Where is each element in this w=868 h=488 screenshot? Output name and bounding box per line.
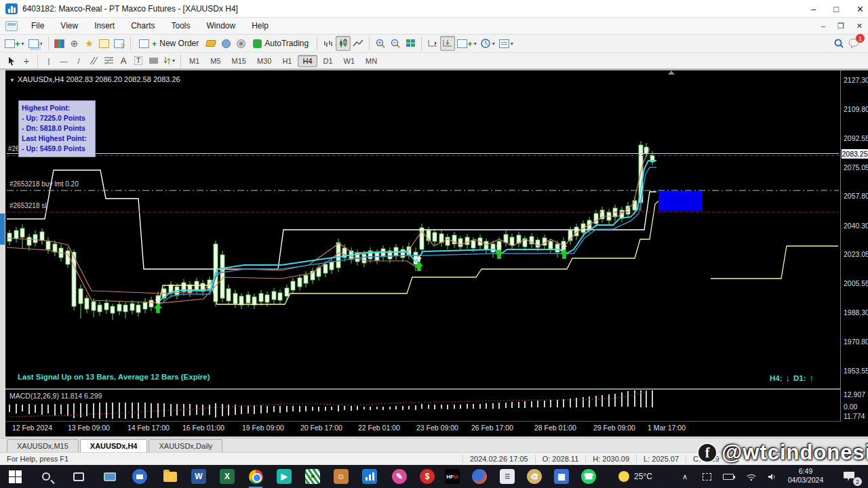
shapes-tool[interactable]	[146, 54, 161, 68]
text-tool[interactable]: A	[116, 54, 131, 68]
strategy-tester-button[interactable]: ⚲	[112, 36, 127, 51]
crosshair-tool[interactable]: +	[19, 54, 34, 68]
market-watch-button[interactable]	[52, 36, 67, 51]
timeframe-m1[interactable]: M1	[184, 55, 204, 67]
wifi-icon[interactable]	[743, 468, 760, 485]
search-button[interactable]	[831, 36, 846, 51]
taskbar-clock[interactable]: 6:49 04/03/2024	[781, 467, 830, 485]
task-view-icon[interactable]	[71, 468, 87, 485]
excel-icon[interactable]: X	[219, 468, 235, 485]
timeframe-h4[interactable]: H4	[298, 55, 317, 67]
maximize-button[interactable]: □	[833, 4, 839, 14]
signals-button[interactable]	[233, 36, 248, 51]
bar-chart-mode-button[interactable]	[321, 36, 336, 51]
child-close-button[interactable]: ✕	[856, 22, 863, 30]
action-center-icon[interactable]: 2	[841, 468, 857, 485]
weather-icon[interactable]	[616, 468, 632, 485]
zoom-out-button[interactable]	[388, 36, 403, 51]
file-explorer-icon[interactable]	[162, 468, 178, 485]
chart-tab-xauusdx-h4[interactable]: XAUUSDx,H4	[80, 439, 148, 452]
time-axis[interactable]: 12 Feb 202413 Feb 09:0014 Feb 17:0016 Fe…	[5, 421, 840, 434]
chart-area[interactable]: ▼XAUUSDx,H4 2082.83 2086.20 2082.58 2083…	[5, 70, 868, 436]
metaeditor-button[interactable]	[203, 36, 218, 51]
volume-icon[interactable]	[764, 468, 780, 485]
panel-splitter[interactable]	[5, 388, 840, 390]
word-icon[interactable]: W	[191, 468, 207, 485]
timeframe-mn[interactable]: MN	[361, 55, 382, 67]
trendline-tool[interactable]: /	[71, 54, 86, 68]
order-buy-limit-label[interactable]: #2653218 buy lmt 0.20	[9, 180, 79, 188]
chart-tab-xauusdx-m15[interactable]: XAUUSDx,M15	[7, 439, 79, 452]
metatrader-taskbar-icon[interactable]	[361, 468, 378, 485]
collapse-triangle-icon[interactable]: ▼	[9, 77, 15, 83]
periods-button[interactable]: ▾	[479, 36, 497, 51]
firefox-icon[interactable]	[471, 468, 488, 485]
cursor-tool[interactable]	[4, 54, 19, 68]
fibonacci-tool[interactable]	[101, 54, 116, 68]
chrome-icon[interactable]	[248, 468, 264, 485]
taskbar-search-icon[interactable]	[38, 468, 54, 485]
candlestick-mode-button[interactable]	[336, 36, 351, 51]
notifications-button[interactable]: 1	[846, 36, 861, 51]
timeframe-h1[interactable]: H1	[277, 55, 296, 67]
snip-tool-icon[interactable]	[698, 468, 715, 485]
data-window-button[interactable]: ⊕	[67, 36, 82, 51]
timeframe-d1[interactable]: D1	[319, 55, 338, 67]
timeframe-w1[interactable]: W1	[339, 55, 360, 67]
arrows-tool[interactable]: ▾	[161, 54, 177, 68]
menu-window[interactable]: Window	[200, 19, 243, 33]
close-button[interactable]: ✕	[856, 4, 864, 14]
horizontal-line-tool[interactable]: —	[56, 54, 71, 68]
hfm-icon[interactable]: HFM	[444, 468, 460, 485]
menu-insert[interactable]: Insert	[87, 19, 121, 33]
text-label-tool[interactable]: T	[131, 54, 146, 68]
child-restore-button[interactable]: ❐	[837, 22, 844, 30]
my-computer-icon[interactable]	[102, 468, 118, 485]
templates-button[interactable]: ▾	[497, 36, 515, 51]
paint-icon[interactable]: 🎨︎	[526, 468, 542, 485]
price-chart[interactable]	[7, 73, 839, 388]
menu-tools[interactable]: Tools	[165, 19, 197, 33]
channel-tool[interactable]	[86, 54, 101, 68]
order-sl-label[interactable]: #2653218 sl	[9, 202, 47, 209]
menu-help[interactable]: Help	[245, 19, 275, 33]
shift-chart-button[interactable]	[440, 36, 455, 51]
weather-temperature[interactable]: 25°C	[634, 472, 652, 481]
macd-indicator-chart[interactable]	[7, 390, 839, 422]
indicators-button[interactable]: +▾	[455, 36, 479, 51]
line-chart-mode-button[interactable]	[351, 36, 366, 51]
autotrading-button[interactable]: AutoTrading	[248, 36, 313, 51]
minimize-button[interactable]: –	[811, 4, 816, 14]
remote-desktop-icon[interactable]	[132, 468, 148, 485]
timeframe-m15[interactable]: M15	[227, 55, 251, 67]
auto-scroll-button[interactable]	[425, 36, 440, 51]
start-button[interactable]	[7, 468, 23, 485]
new-chart-button[interactable]: +▾	[3, 36, 26, 51]
navigator-button[interactable]: ★	[82, 36, 97, 51]
finance-app-icon[interactable]: $	[419, 468, 435, 485]
zoom-in-button[interactable]	[373, 36, 388, 51]
menu-view[interactable]: View	[54, 19, 85, 33]
calculator-icon[interactable]: ▦	[553, 468, 570, 485]
menu-charts[interactable]: Charts	[124, 19, 161, 33]
child-minimize-button[interactable]: –	[821, 22, 825, 30]
chart-tab-xauusdx-daily[interactable]: XAUUSDx,Daily	[149, 439, 222, 452]
tile-windows-button[interactable]	[403, 36, 418, 51]
whatsapp-icon[interactable]: ☎	[580, 468, 597, 485]
timeframe-m5[interactable]: M5	[205, 55, 225, 67]
expert-advisors-button[interactable]	[218, 36, 233, 51]
monex-icon[interactable]: M	[304, 468, 321, 485]
new-order-button[interactable]: +New Order	[134, 36, 204, 51]
contacts-app-icon[interactable]: ☺	[333, 468, 349, 485]
chart-window-icon[interactable]	[5, 21, 18, 31]
app-store-icon[interactable]: ▶	[276, 468, 292, 485]
battery-icon[interactable]	[720, 468, 736, 485]
paint3d-icon[interactable]: ✎	[391, 468, 408, 485]
timeframe-m30[interactable]: M30	[252, 55, 276, 67]
price-axis[interactable]: 2083.25 2127.302109.802092.552075.052057…	[840, 70, 868, 422]
terminal-button[interactable]	[97, 36, 112, 51]
menu-file[interactable]: File	[24, 19, 51, 33]
vertical-line-tool[interactable]: |	[41, 54, 56, 68]
profiles-button[interactable]: ▾	[26, 36, 45, 51]
tray-overflow-icon[interactable]: ∧	[677, 468, 693, 485]
